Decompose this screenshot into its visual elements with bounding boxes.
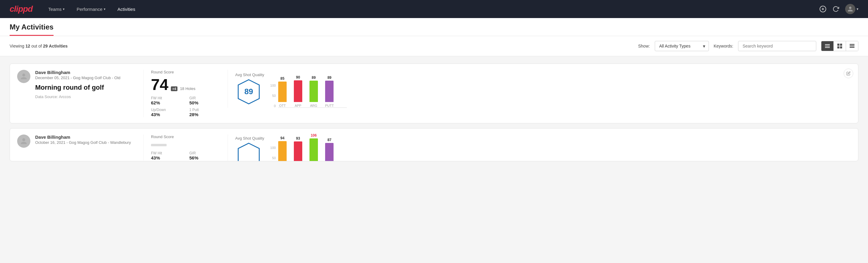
svg-rect-6 bbox=[837, 43, 839, 46]
navbar-right: ▾ bbox=[819, 4, 858, 14]
nav-performance[interactable]: Performance ▾ bbox=[75, 7, 107, 12]
activity-type-filter[interactable]: All Activity Types bbox=[655, 41, 709, 51]
putt1-label-0: 1 Putt bbox=[189, 108, 221, 112]
bar-putt-1: 87 PUTT bbox=[325, 138, 334, 161]
svg-rect-11 bbox=[850, 46, 855, 46]
user-name-0: Dave Billingham bbox=[35, 70, 120, 75]
activities-list: Dave Billingham December 05, 2021 - Gog … bbox=[0, 56, 868, 169]
navbar: clippd Teams ▾ Performance ▾ Activities bbox=[0, 0, 868, 18]
svg-rect-10 bbox=[850, 44, 855, 45]
show-label: Show: bbox=[638, 43, 650, 49]
putt1-group-0: 1 Putt 28% bbox=[189, 108, 221, 117]
app-logo[interactable]: clippd bbox=[10, 4, 32, 14]
bar-arg-1: 106 ARG bbox=[309, 133, 318, 161]
view-list-full-button[interactable] bbox=[846, 41, 858, 51]
view-grid-button[interactable] bbox=[834, 41, 846, 51]
bar-chart-0: 100 50 0 85 OTT 90 bbox=[270, 70, 347, 108]
user-date-0: December 05, 2021 - Gog Magog Golf Club … bbox=[35, 76, 120, 80]
activity-card-1: Dave Billingham October 16, 2021 - Gog M… bbox=[10, 128, 858, 161]
quality-title-1: Avg Shot Quality bbox=[235, 136, 265, 141]
holes-label-0: 18 Holes bbox=[180, 86, 195, 91]
user-chevron-icon: ▾ bbox=[857, 7, 858, 11]
svg-rect-8 bbox=[837, 46, 839, 49]
hexagon-0: 89 bbox=[235, 78, 262, 105]
add-button[interactable] bbox=[819, 5, 827, 12]
gir-group-0: GIR 50% bbox=[189, 96, 221, 105]
performance-chevron-icon: ▾ bbox=[104, 7, 105, 11]
bar-ott-1: 94 OTT bbox=[278, 136, 287, 161]
activity-title-0: Morning round of golf bbox=[35, 84, 120, 91]
quality-left-0: Avg Shot Quality 89 bbox=[235, 72, 265, 105]
svg-rect-9 bbox=[840, 46, 842, 49]
sub-stats-1: FW Hit 43% GIR 56% bbox=[151, 151, 220, 160]
svg-rect-12 bbox=[850, 47, 855, 48]
bar-app-1: 93 APP bbox=[294, 136, 302, 161]
round-score-0: 74 bbox=[151, 77, 168, 92]
activity-type-select[interactable]: All Activity Types bbox=[655, 41, 709, 51]
svg-rect-7 bbox=[840, 43, 842, 46]
hexagon-1 bbox=[235, 142, 262, 162]
user-date-1: October 16, 2021 - Gog Magog Golf Club -… bbox=[35, 140, 131, 145]
activity-card-0: Dave Billingham December 05, 2021 - Gog … bbox=[10, 63, 858, 123]
gir-value-1: 56% bbox=[189, 155, 221, 160]
nav-activities[interactable]: Activities bbox=[116, 7, 136, 12]
edit-button-0[interactable] bbox=[844, 68, 853, 78]
user-menu[interactable]: ▾ bbox=[845, 4, 858, 14]
round-score-row-1 bbox=[151, 141, 220, 146]
view-list-compact-button[interactable] bbox=[822, 41, 834, 51]
updown-group-0: Up/Down 43% bbox=[151, 108, 182, 117]
round-score-label-1: Round Score bbox=[151, 135, 220, 139]
gir-value-0: 50% bbox=[189, 100, 221, 105]
y-axis-0: 100 50 0 bbox=[270, 84, 276, 108]
card-quality-0: Avg Shot Quality 89 100 50 0 bbox=[228, 70, 354, 108]
gir-group-1: GIR 56% bbox=[189, 151, 221, 160]
bar-putt-0: 89 PUTT bbox=[325, 76, 334, 108]
y-axis-1: 100 50 0 bbox=[270, 146, 276, 161]
bar-arg-0: 89 ARG bbox=[309, 76, 318, 108]
refresh-button[interactable] bbox=[833, 6, 839, 12]
bar-app-0: 90 APP bbox=[294, 75, 302, 108]
fw-hit-label-1: FW Hit bbox=[151, 151, 182, 155]
bar-chart-1: 100 50 0 94 OTT 93 APP bbox=[270, 135, 347, 161]
avatar-1 bbox=[17, 135, 30, 148]
toolbar: Viewing 12 out of 29 Activities Show: Al… bbox=[0, 36, 868, 56]
card-stats-1: Round Score FW Hit 43% GIR 56% bbox=[144, 135, 228, 160]
view-toggle bbox=[821, 41, 858, 51]
svg-rect-3 bbox=[825, 44, 830, 45]
teams-chevron-icon: ▾ bbox=[63, 7, 65, 11]
user-info-1: Dave Billingham October 16, 2021 - Gog M… bbox=[35, 135, 131, 148]
fw-hit-label-0: FW Hit bbox=[151, 96, 182, 100]
page-title: My Activities bbox=[10, 23, 54, 36]
score-badge-0: +4 bbox=[171, 86, 178, 91]
search-input[interactable] bbox=[738, 41, 816, 51]
svg-marker-14 bbox=[238, 143, 259, 162]
quality-title-0: Avg Shot Quality bbox=[235, 72, 265, 77]
card-left-1: Dave Billingham October 16, 2021 - Gog M… bbox=[17, 135, 144, 148]
fw-hit-group-1: FW Hit 43% bbox=[151, 151, 182, 160]
putt1-value-0: 28% bbox=[189, 112, 221, 117]
user-name-1: Dave Billingham bbox=[35, 135, 131, 140]
fw-hit-group-0: FW Hit 62% bbox=[151, 96, 182, 105]
svg-rect-4 bbox=[825, 46, 830, 46]
fw-hit-value-1: 43% bbox=[151, 155, 182, 160]
avatar-0 bbox=[17, 70, 30, 83]
user-info-0: Dave Billingham December 05, 2021 - Gog … bbox=[35, 70, 120, 99]
updown-value-0: 43% bbox=[151, 112, 182, 117]
fw-hit-value-0: 62% bbox=[151, 100, 182, 105]
user-avatar bbox=[845, 4, 856, 14]
updown-label-0: Up/Down bbox=[151, 108, 182, 112]
round-score-label-0: Round Score bbox=[151, 70, 220, 74]
card-quality-1: Avg Shot Quality 100 50 0 94 bbox=[228, 135, 354, 161]
round-score-row-0: 74 +4 18 Holes bbox=[151, 77, 220, 92]
svg-rect-5 bbox=[825, 47, 830, 48]
sub-stats-0: FW Hit 62% GIR 50% Up/Down 43% 1 Putt 28… bbox=[151, 96, 220, 117]
page-header: My Activities bbox=[0, 18, 868, 36]
shot-quality-score-0: 89 bbox=[245, 87, 253, 96]
card-stats-0: Round Score 74 +4 18 Holes FW Hit 62% GI… bbox=[144, 70, 228, 117]
nav-teams[interactable]: Teams ▾ bbox=[47, 7, 66, 12]
keywords-label: Keywords: bbox=[714, 43, 733, 49]
gir-label-0: GIR bbox=[189, 96, 221, 100]
viewing-text: Viewing 12 out of 29 Activities bbox=[10, 43, 68, 49]
quality-left-1: Avg Shot Quality bbox=[235, 136, 265, 162]
card-left-0: Dave Billingham December 05, 2021 - Gog … bbox=[17, 70, 144, 99]
